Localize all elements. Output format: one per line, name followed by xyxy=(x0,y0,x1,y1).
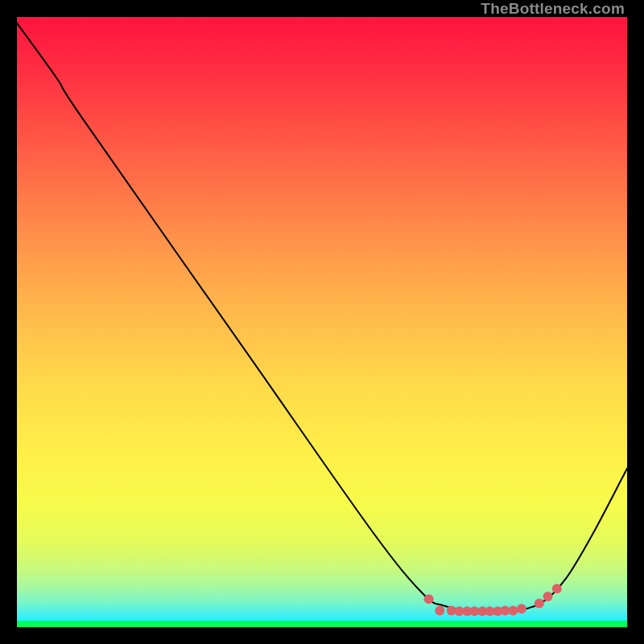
valley-marker xyxy=(552,584,562,593)
valley-marker xyxy=(517,604,526,613)
bottleneck-curve-line xyxy=(17,23,627,613)
valley-marker xyxy=(424,594,434,604)
valley-marker xyxy=(543,592,552,601)
valley-marker xyxy=(435,606,444,616)
valley-marker xyxy=(508,606,518,616)
valley-marker xyxy=(535,598,544,608)
watermark-text: TheBottleneck.com xyxy=(481,0,625,18)
bottleneck-chart xyxy=(17,17,627,627)
chart-svg xyxy=(17,17,627,627)
valley-marker-group xyxy=(424,584,562,616)
